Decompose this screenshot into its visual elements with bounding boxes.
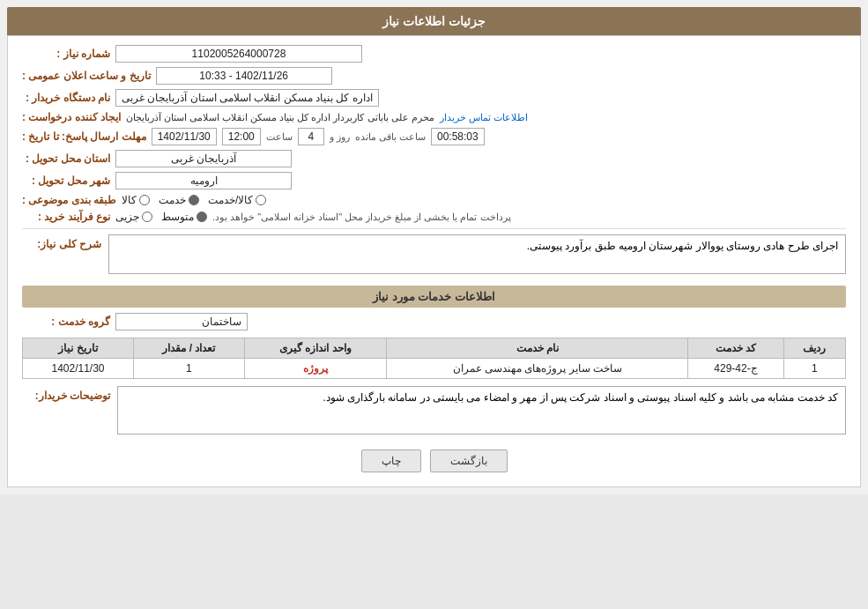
cell-kod: ج-42-429: [688, 359, 784, 379]
shomara-value: 1102005264000728: [115, 45, 362, 63]
radio-jozee: جزیی: [115, 211, 152, 223]
grouh-label: گروه خدمت :: [22, 316, 110, 328]
radio-kala-circle: [139, 195, 150, 205]
ostan-value: آذربایجان غربی: [115, 150, 292, 167]
table-row: 1 ج-42-429 ساخت سایر پروژه‌های مهندسی عم…: [23, 359, 846, 379]
sharh-content-area: [108, 234, 846, 277]
noee-group: پرداخت تمام یا بخشی از مبلغ خریداز محل "…: [115, 211, 846, 223]
kala-label: کالا: [122, 194, 137, 206]
noee-radio-group: متوسط جزیی: [115, 211, 207, 223]
tabaqe-label: طبقه بندی موضوعی :: [22, 194, 116, 206]
col-tedad: تعداد / مقدار: [134, 338, 245, 359]
ijad-value: محرم علی باباتی کاربردار اداره کل بنیاد …: [126, 112, 434, 123]
ijad-label: ایجاد کننده درخواست :: [22, 111, 121, 123]
kala-khedmat-label: کالا/خدمت: [208, 194, 253, 206]
nam-dastgah-value: اداره کل بنیاد مسکن انقلاب اسلامی استان …: [115, 89, 379, 107]
motavaset-label: متوسط: [161, 211, 194, 223]
radio-kala-khedmat-circle: [256, 195, 266, 205]
mohlat-label: مهلت ارسال پاسخ: تا تاریخ :: [22, 130, 146, 143]
cell-tarikh: 1402/11/30: [23, 359, 134, 379]
shahr-label: شهر محل تحویل :: [22, 175, 110, 187]
table-body: 1 ج-42-429 ساخت سایر پروژه‌های مهندسی عم…: [23, 359, 846, 379]
tozihat-section: توضیحات خریدار:: [22, 386, 846, 437]
tabaqe-radio-group: کالا/خدمت خدمت کالا: [122, 194, 266, 206]
button-row: بازگشت چاپ: [22, 449, 846, 472]
tabaqe-row: کالا/خدمت خدمت کالا طبقه بندی موضوعی :: [22, 194, 846, 206]
shahr-row: ارومیه شهر محل تحویل :: [22, 172, 846, 189]
back-button[interactable]: بازگشت: [430, 449, 508, 472]
mande-value: 00:58:03: [431, 128, 485, 145]
page-wrapper: جزئیات اطلاعات نیاز 1102005264000728 شما…: [0, 0, 868, 494]
page-title: جزئیات اطلاعات نیاز: [382, 14, 486, 28]
nam-dastgah-row: اداره کل بنیاد مسکن انقلاب اسلامی استان …: [22, 89, 846, 107]
mande-label: ساعت باقی مانده: [355, 131, 426, 143]
roz-label-inline: روز و: [330, 131, 350, 143]
mohlat-row: 00:58:03 ساعت باقی مانده روز و 4 ساعت 12…: [22, 128, 846, 145]
col-radif: ردیف: [783, 338, 845, 359]
main-card: 1102005264000728 شماره نیاز : 1402/11/26…: [7, 35, 861, 487]
col-nam: نام خدمت: [387, 338, 688, 359]
col-vahed: واحد اندازه گیری: [244, 338, 386, 359]
roz-value: 4: [298, 128, 324, 145]
radio-khedmat-circle: [189, 195, 199, 205]
saat-label-inline: ساعت: [266, 131, 293, 143]
noee-row: پرداخت تمام یا بخشی از مبلغ خریداز محل "…: [22, 211, 846, 223]
ostan-label: استان محل تحویل :: [22, 152, 110, 165]
radio-khedmat: خدمت: [159, 194, 199, 206]
ijad-row: اطلاعات تماس خریدار محرم علی باباتی کارب…: [22, 111, 846, 123]
tozihat-label: توضیحات خریدار:: [22, 386, 110, 402]
tozihat-content-area: [117, 386, 846, 437]
radio-kala-khedmat: کالا/خدمت: [208, 194, 266, 206]
cell-vahed: پروژه: [244, 359, 386, 379]
cell-radif: 1: [783, 359, 845, 379]
nam-dastgah-label: نام دستگاه خریدار :: [22, 92, 110, 104]
khadamat-section-title: اطلاعات خدمات مورد نیاز: [22, 286, 846, 308]
ijad-link[interactable]: اطلاعات تماس خریدار: [440, 112, 528, 123]
radio-kala: کالا: [122, 194, 150, 206]
grouh-value: ساختمان: [115, 313, 248, 330]
tozihat-textarea: [117, 386, 846, 434]
sharh-textarea: [108, 234, 846, 274]
divider-1: [22, 228, 846, 229]
shomara-label: شماره نیاز :: [22, 48, 110, 60]
cell-tedad: 1: [134, 359, 245, 379]
noee-label: نوع فرآیند خرید :: [22, 211, 110, 223]
shahr-value: ارومیه: [115, 172, 292, 189]
page-header: جزئیات اطلاعات نیاز: [7, 7, 861, 35]
radio-jozee-circle: [142, 212, 152, 222]
radio-motavaset-circle: [197, 212, 207, 222]
jozee-label: جزیی: [115, 211, 139, 223]
datetime-row: 1402/11/26 - 10:33 تاریخ و ساعت اعلان عم…: [22, 67, 846, 85]
sharh-section: شرح کلی نیاز:: [22, 234, 846, 277]
radio-motavaset: متوسط: [161, 211, 207, 223]
shomara-row: 1102005264000728 شماره نیاز :: [22, 45, 846, 63]
print-button[interactable]: چاپ: [361, 449, 421, 472]
service-table: ردیف کد خدمت نام خدمت واحد اندازه گیری ت…: [22, 338, 846, 379]
col-kod: کد خدمت: [688, 338, 784, 359]
tarikh-value: 1402/11/30: [152, 128, 217, 145]
grouh-row: ساختمان گروه خدمت :: [22, 313, 846, 330]
datetime-label: تاریخ و ساعت اعلان عمومی :: [22, 70, 151, 82]
sharh-label: شرح کلی نیاز:: [22, 234, 101, 250]
datetime-value: 1402/11/26 - 10:33: [156, 67, 332, 85]
ostan-row: آذربایجان غربی استان محل تحویل :: [22, 150, 846, 167]
khedmat-label: خدمت: [159, 194, 186, 206]
saat-value: 12:00: [222, 128, 261, 145]
table-head: ردیف کد خدمت نام خدمت واحد اندازه گیری ت…: [23, 338, 846, 359]
cell-nam: ساخت سایر پروژه‌های مهندسی عمران: [387, 359, 688, 379]
table-header-row: ردیف کد خدمت نام خدمت واحد اندازه گیری ت…: [23, 338, 846, 359]
note-farayand: پرداخت تمام یا بخشی از مبلغ خریداز محل "…: [212, 212, 511, 223]
col-tarikh: تاریخ نیاز: [23, 338, 134, 359]
